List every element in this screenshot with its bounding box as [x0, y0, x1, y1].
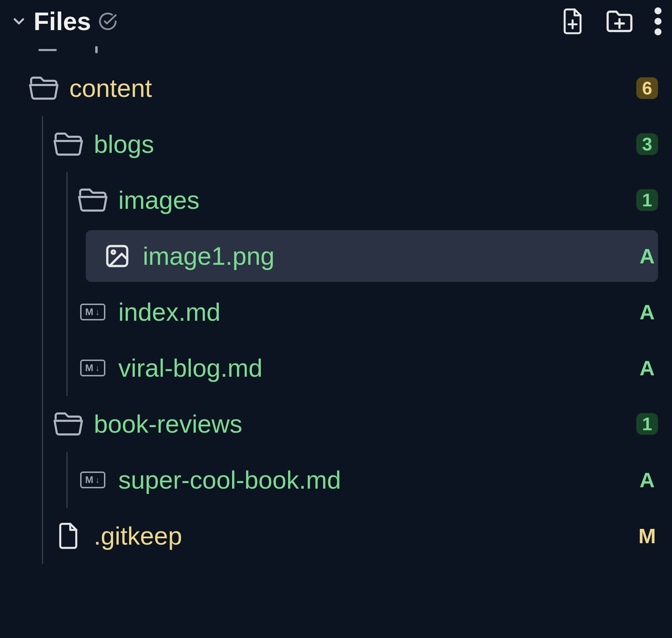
file-explorer-panel: Files — [0, 0, 672, 638]
collapse-toggle-icon[interactable] — [10, 13, 27, 30]
folder-open-icon — [52, 411, 84, 437]
file-tree: content 6 blogs 3 — [0, 46, 672, 564]
folder-open-icon — [28, 76, 59, 101]
panel-title: Files — [34, 7, 91, 36]
new-file-button[interactable] — [561, 7, 584, 35]
git-status-badge: A — [636, 468, 658, 492]
truncated-indicator — [7, 46, 665, 60]
tree-folder-images[interactable]: images 1 — [7, 172, 665, 228]
change-count-badge: 1 — [636, 413, 658, 435]
new-folder-button[interactable] — [606, 9, 634, 34]
tree-file-super-cool-book-md[interactable]: M↓ super-cool-book.md A — [7, 452, 665, 508]
panel-header: Files — [0, 7, 672, 46]
file-label: .gitkeep — [94, 522, 182, 550]
markdown-file-icon: M↓ — [77, 360, 108, 376]
truncated-dot — [95, 46, 98, 53]
more-options-button[interactable] — [654, 7, 662, 35]
tree-folder-content[interactable]: content 6 — [7, 60, 665, 116]
tree-folder-blogs[interactable]: blogs 3 — [7, 116, 665, 172]
folder-label: content — [69, 74, 152, 102]
panel-header-actions — [561, 7, 662, 35]
file-label: index.md — [118, 298, 220, 326]
folder-label: blogs — [94, 130, 154, 158]
folder-label: images — [118, 186, 200, 214]
svg-point-8 — [112, 250, 115, 254]
tree-file-index-md[interactable]: M↓ index.md A — [7, 284, 665, 340]
panel-header-left: Files — [10, 7, 554, 36]
svg-point-4 — [654, 7, 662, 14]
change-count-badge: 3 — [636, 133, 658, 155]
tree-file-image1[interactable]: image1.png A — [7, 228, 665, 284]
file-label: image1.png — [143, 242, 274, 270]
folder-open-icon — [52, 132, 84, 157]
mark-all-collapse-icon[interactable] — [97, 11, 118, 32]
tree-file-viral-blog-md[interactable]: M↓ viral-blog.md A — [7, 340, 665, 396]
folder-label: book-reviews — [94, 410, 242, 438]
markdown-file-icon: M↓ — [77, 304, 108, 320]
tree-folder-book-reviews[interactable]: book-reviews 1 — [7, 396, 665, 452]
markdown-file-icon: M↓ — [77, 472, 108, 488]
git-status-badge: A — [636, 356, 658, 380]
git-status-badge: A — [636, 300, 658, 324]
svg-point-5 — [654, 18, 662, 25]
tree-file-gitkeep[interactable]: .gitkeep M — [7, 508, 665, 564]
folder-open-icon — [77, 187, 108, 213]
change-count-badge: 1 — [636, 189, 658, 211]
file-icon — [52, 522, 84, 550]
image-file-icon — [102, 243, 133, 269]
file-label: super-cool-book.md — [118, 466, 341, 494]
git-status-badge: M — [636, 524, 658, 548]
git-status-badge: A — [636, 244, 658, 268]
file-label: viral-blog.md — [118, 354, 262, 382]
change-count-badge: 6 — [636, 77, 658, 99]
truncated-line — [38, 49, 57, 51]
svg-point-6 — [654, 28, 662, 35]
